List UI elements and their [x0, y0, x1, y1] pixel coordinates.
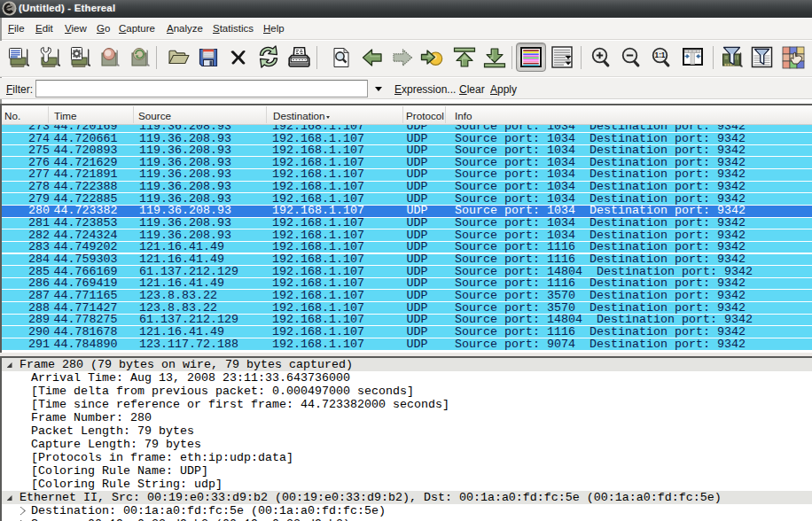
svg-text:1:1: 1:1	[655, 51, 666, 59]
